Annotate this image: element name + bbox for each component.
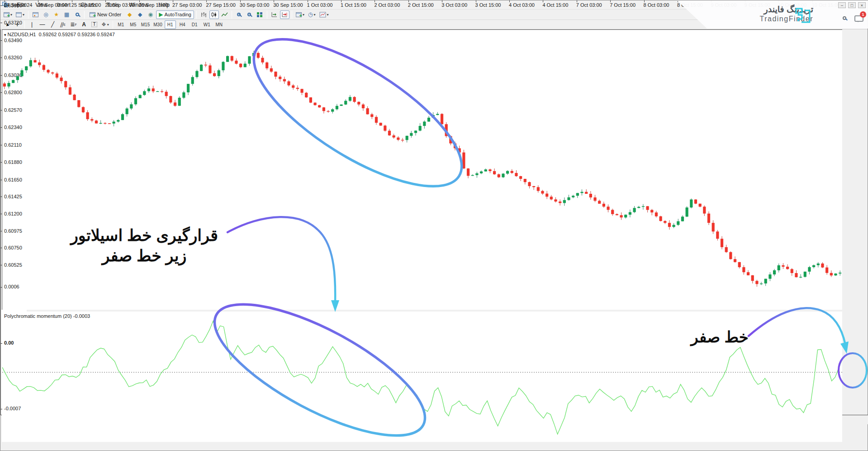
zoom-in-button[interactable]: + <box>234 10 244 19</box>
timeframe-m30[interactable]: M30 <box>152 20 163 29</box>
timeframe-m5[interactable]: M5 <box>128 20 139 29</box>
circle-annotation-zero-line <box>839 353 867 388</box>
autotrading-button[interactable]: ▶AutoTrading <box>156 10 194 19</box>
timeframe-mn[interactable]: MN <box>213 20 225 29</box>
timeframe-h4[interactable]: H4 <box>177 20 188 29</box>
channel-button[interactable]: ||E <box>58 20 68 29</box>
auto-scroll-button[interactable] <box>270 10 279 19</box>
price-label: 0.62110 <box>4 142 22 148</box>
sounds-icon: ◉ <box>148 12 152 17</box>
tile-windows-button[interactable] <box>255 10 265 19</box>
symbol-dropdown-icon[interactable]: ▾ <box>4 33 6 37</box>
chart-shift-button[interactable] <box>280 10 289 19</box>
timeframe-m1[interactable]: M1 <box>115 20 127 29</box>
time-label: 27 Sep 03:00 <box>172 2 202 8</box>
shapes-icon: ❖ <box>101 22 106 27</box>
search-button[interactable] <box>843 14 846 22</box>
indicators-button[interactable]: +▾ <box>294 10 306 19</box>
chevron-down-icon: ▾ <box>23 13 24 17</box>
text-label-icon: T <box>91 22 97 27</box>
metaeditor-button[interactable]: ◆ <box>125 10 134 19</box>
toolbar-separator <box>28 11 28 19</box>
tradingfinder-logo-icon <box>793 6 812 27</box>
sounds-button[interactable]: ◉ <box>146 10 155 19</box>
time-label: 3 Oct 15:00 <box>475 2 501 8</box>
time-label: 27 Sep 15:00 <box>206 2 235 8</box>
indicator-scale-label: 0.0006 <box>4 284 19 289</box>
arrows-button[interactable]: ❖▾ <box>100 20 110 29</box>
toolbar-separator <box>113 21 113 29</box>
vertical-line-icon: | <box>31 22 33 27</box>
time-label: 25 Sep 15:00 <box>71 2 101 8</box>
zoom-out-icon: − <box>247 13 251 16</box>
toolbar-separator <box>84 11 85 19</box>
horizontal-line-button[interactable]: — <box>38 20 47 29</box>
line-chart-button[interactable] <box>220 10 229 19</box>
restore-button[interactable]: □ <box>848 2 856 8</box>
minimize-button[interactable]: – <box>838 2 846 8</box>
close-icon: × <box>861 3 863 8</box>
time-label: 7 Oct 15:00 <box>610 2 636 8</box>
new-chart-button[interactable]: +▾ <box>2 10 14 19</box>
chart-shift-icon <box>281 12 288 18</box>
toolbar-separator <box>232 11 232 19</box>
chevron-down-icon: ▾ <box>313 13 315 17</box>
indicators-icon: + <box>296 12 302 17</box>
autotrading-label: AutoTrading <box>164 12 191 17</box>
templates-icon <box>319 12 326 18</box>
time-label: 1 Oct 15:00 <box>341 2 366 8</box>
strategy-tester-button[interactable] <box>72 10 82 19</box>
timeframe-m15[interactable]: M15 <box>140 20 151 29</box>
text-button[interactable]: A <box>79 20 89 29</box>
periods-button[interactable]: ◷▾ <box>307 10 317 19</box>
main-chart-panel[interactable] <box>2 29 842 310</box>
time-label: 4 Oct 15:00 <box>542 2 568 8</box>
autotrading-play-icon: ▶ <box>159 12 163 17</box>
time-label: 8 Oct 03:00 <box>644 2 669 8</box>
price-label: 0.60525 <box>4 262 22 268</box>
auto-scroll-icon <box>271 12 278 18</box>
text-icon: A <box>82 22 86 27</box>
time-label: 26 Sep 03:00 <box>105 2 134 8</box>
zoom-out-button[interactable]: − <box>245 10 254 19</box>
market-watch-button[interactable] <box>31 10 40 19</box>
terminal-button[interactable]: ▦ <box>62 10 71 19</box>
price-label: 0.62570 <box>4 107 22 113</box>
strategy-tester-icon <box>76 13 79 16</box>
timeframe-d1[interactable]: D1 <box>189 20 200 29</box>
navigator-button[interactable]: ★ <box>52 10 61 19</box>
indicator-scale-label: 0.00 <box>4 340 14 345</box>
mt4-window: FileViewInsertChartsToolsWindowHelp +▾ ▾… <box>0 0 868 451</box>
restore-icon: □ <box>851 3 853 8</box>
bar-chart-button[interactable] <box>199 10 209 19</box>
data-window-button[interactable]: ◎ <box>41 10 51 19</box>
price-label: 0.61200 <box>4 211 22 216</box>
price-label: 0.63720 <box>4 20 22 25</box>
text-label-button[interactable]: T <box>90 20 99 29</box>
trendline-button[interactable]: ╱ <box>48 20 57 29</box>
expert-advisors-button[interactable]: ◆ <box>135 10 145 19</box>
templates-button[interactable]: ▾ <box>318 10 330 19</box>
notification-badge: 1 <box>860 11 866 18</box>
time-label: 2 Oct 15:00 <box>408 2 434 8</box>
candlestick-chart-button[interactable] <box>209 10 219 19</box>
time-label: 26 Sep 15:00 <box>139 2 168 8</box>
fibonacci-icon: ≣ <box>70 22 75 27</box>
chevron-down-icon: ▾ <box>303 13 304 17</box>
close-button[interactable]: × <box>858 2 866 8</box>
timeframe-w1[interactable]: W1 <box>201 20 213 29</box>
vertical-line-button[interactable]: | <box>27 20 37 29</box>
new-order-button[interactable]: +New Order <box>87 10 124 19</box>
price-label: 0.60975 <box>4 228 22 234</box>
fibonacci-button[interactable]: ≣F <box>69 20 78 29</box>
timeframe-h1[interactable]: H1 <box>165 20 176 29</box>
metaeditor-icon: ◆ <box>128 12 132 17</box>
new-order-label: New Order <box>97 12 121 17</box>
time-label: 24 Sep 2024 <box>4 2 32 8</box>
profiles-button[interactable]: ▾ <box>14 10 26 19</box>
note1-line2: زیر خط صفر <box>54 246 235 266</box>
toolbar-separator <box>267 11 267 19</box>
ohlc-values: 0.59262 0.59267 0.59236 0.59247 <box>39 32 115 37</box>
terminal-icon: ▦ <box>64 12 69 17</box>
zoom-in-icon: + <box>237 13 241 16</box>
